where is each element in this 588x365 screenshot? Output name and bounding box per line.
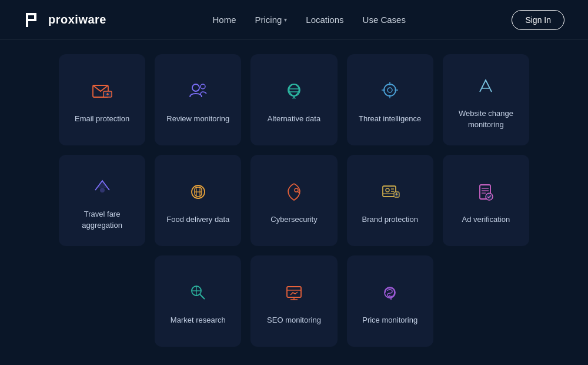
svg-rect-44 <box>287 287 301 297</box>
signin-button[interactable]: Sign In <box>512 10 564 30</box>
market-research-icon <box>184 278 212 307</box>
svg-rect-1 <box>26 13 34 15</box>
svg-point-9 <box>201 84 205 89</box>
threat-intelligence-label: Threat intelligence <box>359 114 421 124</box>
email-protection-icon <box>88 77 116 105</box>
svg-point-28 <box>386 188 389 192</box>
food-delivery-icon <box>184 178 212 206</box>
food-delivery-label: Food delivery data <box>166 214 229 225</box>
card-alternative-data[interactable]: Alternative data <box>250 54 337 145</box>
threat-intelligence-icon <box>376 77 404 105</box>
main-content: Email protection Review monitoring <box>0 40 588 365</box>
brand-protection-icon <box>376 178 404 206</box>
cards-row-3: Market research SEO monitoring <box>59 256 529 347</box>
seo-monitoring-icon <box>280 278 308 307</box>
ad-verification-label: Ad verification <box>462 214 510 225</box>
svg-point-14 <box>387 88 392 92</box>
card-review-monitoring[interactable]: Review monitoring <box>155 54 241 145</box>
card-travel-fare[interactable]: Travel fare aggregation <box>59 155 145 246</box>
svg-point-8 <box>192 84 199 91</box>
cybersecurity-label: Cybersecurity <box>270 214 317 225</box>
review-monitoring-icon <box>184 77 212 105</box>
navbar: proxiware Home Pricing ▾ Locations Use C… <box>0 0 588 40</box>
card-cybersecurity[interactable]: Cybersecurity <box>250 155 337 246</box>
svg-rect-3 <box>34 13 36 21</box>
logo-text: proxiware <box>48 13 106 26</box>
svg-line-41 <box>200 294 205 299</box>
alternative-data-icon <box>280 77 308 105</box>
card-website-change-monitoring[interactable]: Website change monitoring <box>443 54 529 145</box>
card-market-research[interactable]: Market research <box>155 256 241 347</box>
cards-row-1: Email protection Review monitoring <box>59 54 529 145</box>
nav-locations[interactable]: Locations <box>306 15 343 25</box>
nav-use-cases[interactable]: Use Cases <box>363 15 406 25</box>
travel-fare-label: Travel fare aggregation <box>68 209 136 230</box>
card-threat-intelligence[interactable]: Threat intelligence <box>347 54 433 145</box>
card-brand-protection[interactable]: Brand protection <box>347 155 433 246</box>
email-protection-label: Email protection <box>75 114 129 124</box>
website-change-monitoring-icon <box>472 72 500 100</box>
chevron-down-icon: ▾ <box>284 16 287 23</box>
review-monitoring-label: Review monitoring <box>166 114 229 124</box>
card-ad-verification[interactable]: Ad verification <box>443 155 529 246</box>
nav-home[interactable]: Home <box>212 15 236 25</box>
card-food-delivery[interactable]: Food delivery data <box>155 155 241 246</box>
ad-verification-icon <box>472 178 500 206</box>
cybersecurity-icon <box>280 178 308 206</box>
nav-links: Home Pricing ▾ Locations Use Cases <box>212 15 405 25</box>
seo-monitoring-label: SEO monitoring <box>267 315 321 326</box>
svg-rect-2 <box>26 19 34 21</box>
price-monitoring-label: Price monitoring <box>362 315 417 326</box>
card-seo-monitoring[interactable]: SEO monitoring <box>250 256 337 347</box>
logo-icon <box>24 11 42 29</box>
website-change-monitoring-label: Website change monitoring <box>452 108 520 130</box>
price-monitoring-icon <box>376 278 404 307</box>
cards-row-2: Travel fare aggregation Food delivery da… <box>59 155 529 246</box>
nav-pricing[interactable]: Pricing ▾ <box>255 15 287 25</box>
svg-point-10 <box>288 84 300 96</box>
svg-point-20 <box>100 188 105 193</box>
alternative-data-label: Alternative data <box>268 114 320 124</box>
market-research-label: Market research <box>171 315 226 326</box>
logo[interactable]: proxiware <box>24 11 106 29</box>
travel-fare-icon <box>88 172 116 201</box>
brand-protection-label: Brand protection <box>362 214 417 225</box>
svg-point-13 <box>384 84 396 96</box>
card-email-protection[interactable]: Email protection <box>59 54 145 145</box>
card-price-monitoring[interactable]: Price monitoring <box>347 256 433 347</box>
